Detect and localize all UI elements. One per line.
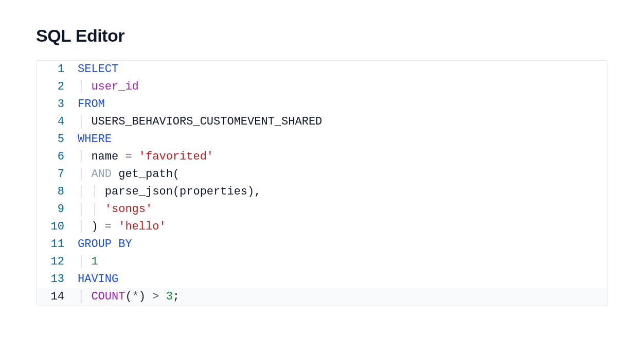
token-plain bbox=[159, 290, 166, 303]
token-kw: WHERE bbox=[78, 133, 112, 146]
code-content[interactable]: │ AND get_path( bbox=[74, 166, 180, 183]
token-plain: get_path( bbox=[112, 168, 180, 181]
line-number: 9 bbox=[37, 201, 74, 218]
line-number: 4 bbox=[37, 113, 74, 131]
code-line[interactable]: 8│ │ parse_json(properties), bbox=[37, 183, 607, 201]
line-number: 12 bbox=[37, 253, 74, 271]
code-line[interactable]: 1SELECT bbox=[37, 61, 607, 78]
code-content[interactable]: │ name = 'favorited' bbox=[74, 148, 213, 166]
code-content[interactable]: │ COUNT(*) > 3; bbox=[74, 288, 180, 306]
code-editor[interactable]: 1SELECT2│ user_id3FROM4│ USERS_BEHAVIORS… bbox=[36, 60, 608, 306]
code-content[interactable]: FROM bbox=[74, 96, 105, 113]
token-andop: AND bbox=[91, 168, 112, 181]
code-line[interactable]: 11GROUP BY bbox=[37, 236, 607, 253]
code-line[interactable]: 10│ ) = 'hello' bbox=[37, 218, 607, 236]
code-content[interactable]: │ │ 'songs' bbox=[74, 201, 152, 218]
code-line[interactable]: 12│ 1 bbox=[37, 253, 607, 271]
code-line[interactable]: 14│ COUNT(*) > 3; bbox=[37, 288, 607, 306]
token-str: 'favorited' bbox=[139, 150, 213, 163]
token-plain: ( bbox=[125, 290, 132, 303]
token-guide: │ │ bbox=[78, 203, 105, 216]
token-plain: ) bbox=[91, 220, 104, 233]
token-guide: │ bbox=[78, 168, 91, 181]
line-number: 2 bbox=[37, 78, 74, 96]
token-str: 'songs' bbox=[105, 203, 152, 216]
sql-editor-panel: SQL Editor 1SELECT2│ user_id3FROM4│ USER… bbox=[0, 0, 644, 306]
token-guide: │ │ bbox=[78, 185, 105, 198]
token-op: = bbox=[125, 150, 132, 163]
code-content[interactable]: │ │ parse_json(properties), bbox=[74, 183, 261, 201]
line-number: 3 bbox=[37, 96, 74, 113]
code-line[interactable]: 3FROM bbox=[37, 96, 607, 113]
token-plain bbox=[132, 150, 139, 163]
code-content[interactable]: GROUP BY bbox=[74, 236, 132, 253]
token-num: 3 bbox=[166, 290, 173, 303]
line-number: 14 bbox=[37, 288, 74, 306]
token-guide: │ bbox=[78, 150, 91, 163]
token-num: 1 bbox=[91, 255, 98, 268]
token-plain bbox=[112, 220, 118, 233]
code-content[interactable]: │ user_id bbox=[74, 78, 139, 96]
page-title: SQL Editor bbox=[36, 26, 608, 46]
token-plain: ) bbox=[139, 290, 152, 303]
token-id: user_id bbox=[91, 80, 138, 93]
token-guide: │ bbox=[78, 290, 91, 303]
line-number: 5 bbox=[37, 131, 74, 148]
line-number: 10 bbox=[37, 218, 74, 236]
token-guide: │ bbox=[78, 220, 91, 233]
token-plain: parse_json(properties), bbox=[105, 185, 261, 198]
line-number: 13 bbox=[37, 271, 74, 288]
line-number: 1 bbox=[37, 61, 74, 78]
code-line[interactable]: 5WHERE bbox=[37, 131, 607, 148]
token-kw: SELECT bbox=[78, 63, 118, 76]
token-op: * bbox=[132, 290, 139, 303]
token-plain: name bbox=[91, 150, 125, 163]
token-guide: │ bbox=[78, 115, 91, 128]
token-kw: GROUP BY bbox=[78, 238, 132, 251]
code-line[interactable]: 9│ │ 'songs' bbox=[37, 201, 607, 218]
code-line[interactable]: 4│ USERS_BEHAVIORS_CUSTOMEVENT_SHARED bbox=[37, 113, 607, 131]
code-content[interactable]: HAVING bbox=[74, 271, 118, 288]
token-op: = bbox=[105, 220, 112, 233]
line-number: 8 bbox=[37, 183, 74, 201]
token-plain: USERS_BEHAVIORS_CUSTOMEVENT_SHARED bbox=[91, 115, 322, 128]
code-line[interactable]: 2│ user_id bbox=[37, 78, 607, 96]
token-kw: HAVING bbox=[78, 273, 118, 286]
token-id: COUNT bbox=[91, 290, 125, 303]
code-content[interactable]: SELECT bbox=[74, 61, 118, 78]
code-content[interactable]: │ ) = 'hello' bbox=[74, 218, 166, 236]
token-kw: FROM bbox=[78, 98, 105, 111]
token-str: 'hello' bbox=[118, 220, 166, 233]
code-content[interactable]: │ 1 bbox=[74, 253, 98, 271]
token-op: > bbox=[152, 290, 159, 303]
code-line[interactable]: 13HAVING bbox=[37, 271, 607, 288]
line-number: 6 bbox=[37, 148, 74, 166]
token-guide: │ bbox=[78, 80, 91, 93]
code-content[interactable]: WHERE bbox=[74, 131, 112, 148]
code-line[interactable]: 6│ name = 'favorited' bbox=[37, 148, 607, 166]
code-content[interactable]: │ USERS_BEHAVIORS_CUSTOMEVENT_SHARED bbox=[74, 113, 322, 131]
code-line[interactable]: 7│ AND get_path( bbox=[37, 166, 607, 183]
line-number: 7 bbox=[37, 166, 74, 183]
token-guide: │ bbox=[78, 255, 91, 268]
token-plain: ; bbox=[173, 290, 180, 303]
line-number: 11 bbox=[37, 236, 74, 253]
